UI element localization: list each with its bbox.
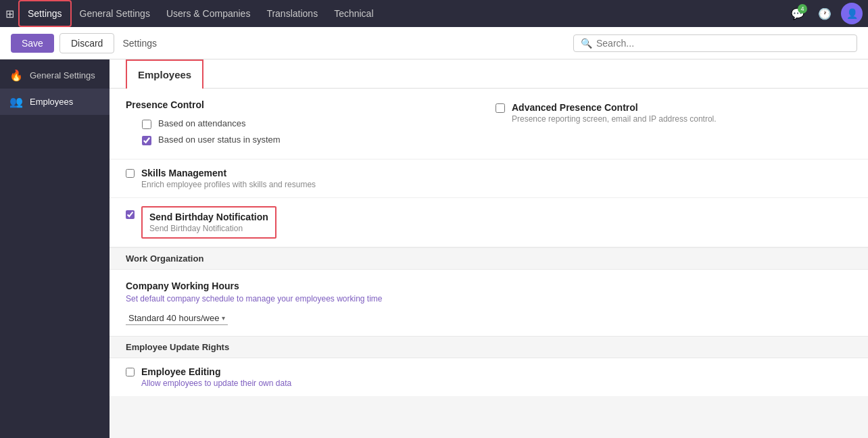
advanced-presence-desc: Presence reporting screen, email and IP … (512, 114, 717, 124)
nav-item-settings[interactable]: Settings (18, 0, 72, 27)
advanced-presence-checkbox-row: Advanced Presence Control Presence repor… (496, 99, 852, 126)
user-status-checkbox-row: Based on user status in system (142, 132, 482, 148)
user-status-label[interactable]: Based on user status in system (158, 135, 281, 145)
attendance-label[interactable]: Based on attendances (158, 118, 245, 128)
presence-control-title: Presence Control (126, 99, 482, 110)
employee-editing-checkbox[interactable] (126, 368, 135, 376)
company-hours-desc: Set default company schedule to manage y… (126, 294, 852, 303)
nav-item-users-companies[interactable]: Users & Companies (158, 0, 259, 27)
breadcrumb: Settings (122, 38, 157, 49)
skills-management-title: Skills Management (141, 168, 316, 178)
nav-item-technical[interactable]: Technical (326, 0, 381, 27)
main-layout: 🔥 General Settings 👥 Employees Employees… (0, 59, 868, 438)
skills-management-section: Skills Management Enrich employee profil… (110, 160, 868, 198)
skills-management-checkbox[interactable] (126, 169, 135, 178)
user-status-checkbox[interactable] (142, 136, 151, 145)
employee-update-rights-header: Employee Update Rights (110, 336, 868, 358)
sidebar: 🔥 General Settings 👥 Employees (0, 59, 110, 438)
nav-item-translations[interactable]: Translations (258, 0, 326, 27)
discard-button[interactable]: Discard (59, 33, 114, 53)
notification-badge: 4 (798, 4, 807, 14)
flame-icon: 🔥 (9, 69, 23, 82)
birthday-notification-title: Send Birthday Notification (149, 212, 268, 222)
search-icon: 🔍 (581, 38, 592, 49)
sidebar-item-general-settings-label: General Settings (30, 70, 95, 80)
presence-checkboxes: Based on attendances Based on user statu… (142, 116, 482, 148)
search-box[interactable]: 🔍 (573, 34, 857, 52)
clock-icon-button[interactable]: 🕐 (814, 3, 836, 24)
attendance-checkbox[interactable] (142, 120, 151, 129)
section-tab-header: Employees (110, 59, 868, 89)
chat-icon-button[interactable]: 💬 4 (787, 3, 809, 24)
birthday-notification-section: Send Birthday Notification Send Birthday… (110, 198, 868, 247)
people-icon: 👥 (9, 95, 23, 108)
company-hours-title: Company Working Hours (126, 281, 852, 291)
user-avatar[interactable]: 👤 (841, 3, 863, 24)
presence-left: Presence Control Based on attendances Ba… (126, 99, 482, 148)
main-content: Employees Presence Control Based on atte… (110, 59, 868, 438)
birthday-notification-desc: Send Birthday Notification (149, 224, 268, 233)
employee-editing-section: Employee Editing Allow employees to upda… (110, 358, 868, 396)
skills-management-desc: Enrich employee profiles with skills and… (141, 180, 316, 189)
clock-icon: 🕐 (818, 7, 831, 20)
sidebar-item-general-settings[interactable]: 🔥 General Settings (0, 62, 110, 89)
work-organization-header: Work Organization (110, 247, 868, 270)
grid-icon[interactable]: ⊞ (5, 7, 14, 20)
birthday-notification-box: Send Birthday Notification Send Birthday… (141, 206, 276, 239)
toolbar: Save Discard Settings 🔍 (0, 27, 868, 59)
birthday-notification-checkbox[interactable] (126, 210, 135, 219)
tab-employees[interactable]: Employees (126, 59, 203, 89)
dropdown-arrow-icon: ▾ (222, 314, 225, 322)
employee-editing-desc: Allow employees to update their own data (141, 379, 291, 388)
company-hours-value: Standard 40 hours/wee (128, 313, 219, 323)
sidebar-item-employees[interactable]: 👥 Employees (0, 89, 110, 115)
company-hours-dropdown[interactable]: Standard 40 hours/wee ▾ (126, 312, 228, 325)
nav-item-general-settings[interactable]: General Settings (72, 0, 158, 27)
advanced-presence-title: Advanced Presence Control (512, 102, 717, 113)
presence-control-section: Presence Control Based on attendances Ba… (110, 89, 868, 160)
employee-editing-title: Employee Editing (141, 366, 291, 377)
advanced-presence-checkbox[interactable] (496, 103, 505, 113)
company-working-hours-section: Company Working Hours Set default compan… (110, 270, 868, 336)
advanced-presence-section: Advanced Presence Control Presence repor… (482, 99, 852, 148)
attendance-checkbox-row: Based on attendances (142, 116, 482, 132)
save-button[interactable]: Save (11, 34, 54, 53)
search-input[interactable] (596, 38, 850, 49)
sidebar-item-employees-label: Employees (30, 97, 73, 107)
top-navigation: ⊞ Settings General Settings Users & Comp… (0, 0, 868, 27)
